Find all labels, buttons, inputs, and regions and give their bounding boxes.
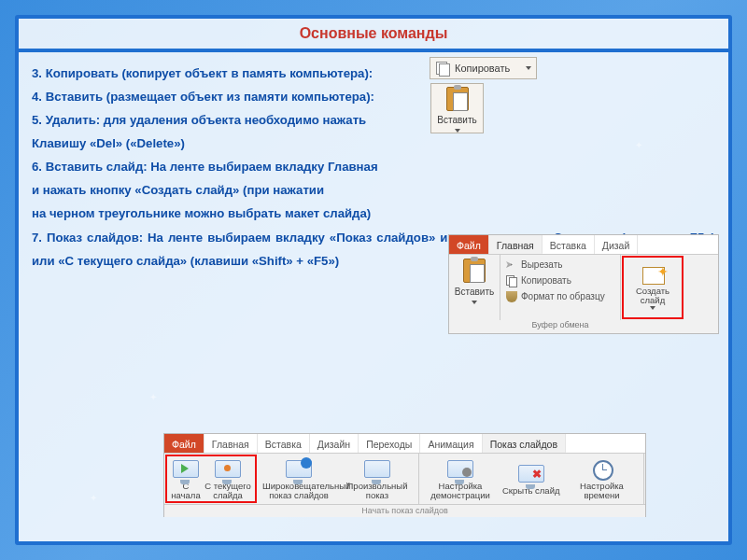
tab-transitions: Переходы: [359, 434, 420, 453]
tab-home: Главная: [489, 235, 543, 254]
page-title: Основные команды: [19, 19, 728, 52]
hide-slide-icon: ✖: [518, 465, 544, 485]
tab-design: Дизай: [595, 235, 639, 254]
tab-insert: Вставка: [543, 235, 595, 254]
broadcast-icon: [286, 460, 312, 481]
setup-show-icon: [447, 460, 473, 481]
clipboard-icon: [446, 87, 469, 111]
ribbon-home-example: Файл Главная Вставка Дизай Вставить Выре…: [448, 234, 719, 334]
tab-file: Файл: [449, 235, 489, 254]
format-item: Формат по образцу: [504, 288, 605, 304]
content-body: 3. Копировать (копирует объект в память …: [19, 52, 728, 282]
tab-home: Главная: [204, 434, 258, 453]
copy-icon: [434, 60, 451, 77]
paste-button: Вставить: [454, 257, 495, 304]
copy-label: Копировать: [455, 59, 510, 78]
tab-insert: Вставка: [258, 434, 310, 453]
ribbon-slideshow-example: Файл Главная Вставка Дизайн Переходы Ани…: [163, 433, 646, 517]
start-show-group: С начала С текущего слайда: [165, 455, 257, 503]
scissors-icon: [506, 259, 517, 271]
content-frame: Основные команды 3. Копировать (копирует…: [15, 15, 732, 545]
paste-caption: Вставить: [454, 283, 495, 301]
from-beginning-icon: [173, 460, 199, 481]
copy-icon: [506, 275, 517, 287]
line-6b: и нажать кнопку «Создать слайд» (при наж…: [32, 178, 715, 202]
cut-item: Вырезать: [504, 257, 562, 273]
chevron-down-icon: [526, 66, 531, 70]
from-current-icon: [215, 460, 241, 481]
line-4: 4. Вставить (размещает объект из памяти …: [32, 85, 715, 108]
copy-button-example: Копировать: [430, 57, 537, 79]
brush-icon: [506, 291, 517, 302]
line-6c: на черном треугольнике можно выбрать мак…: [32, 202, 715, 225]
line-3: 3. Копировать (копирует объект в память …: [32, 62, 715, 85]
rehearse-timings-caption: Настройка времени: [566, 482, 639, 500]
paste-button-example: Вставить: [430, 83, 484, 133]
paste-label: Вставить: [431, 111, 483, 129]
chevron-down-icon: [455, 129, 460, 133]
tab-design: Дизайн: [310, 434, 359, 453]
tab-slideshow: Показ слайдов: [483, 434, 566, 453]
rehearse-timings-icon: [589, 460, 615, 481]
custom-show-icon: [364, 460, 390, 481]
line-6: 6. Вставить слайд: На ленте выбираем вкл…: [32, 155, 715, 178]
line-5b: Клавишу «Del» («Delete»): [32, 132, 715, 155]
tab-animation: Анимация: [420, 434, 482, 453]
ribbon-tabs: Файл Главная Вставка Дизай: [449, 235, 718, 255]
line-5: 5. Удалить: для удаления объекта необход…: [32, 108, 715, 132]
new-slide-icon: ✦: [639, 261, 667, 286]
group-label: Буфер обмена: [500, 317, 620, 333]
tab-file: Файл: [164, 434, 204, 453]
new-slide-button: ✦ Создать слайд: [622, 256, 684, 319]
copy-item: Копировать: [504, 273, 571, 288]
ribbon-tabs: Файл Главная Вставка Дизайн Переходы Ани…: [164, 434, 645, 454]
group-footer: Начать показ слайдов: [164, 504, 645, 517]
new-slide-caption: Создать слайд: [627, 287, 678, 305]
